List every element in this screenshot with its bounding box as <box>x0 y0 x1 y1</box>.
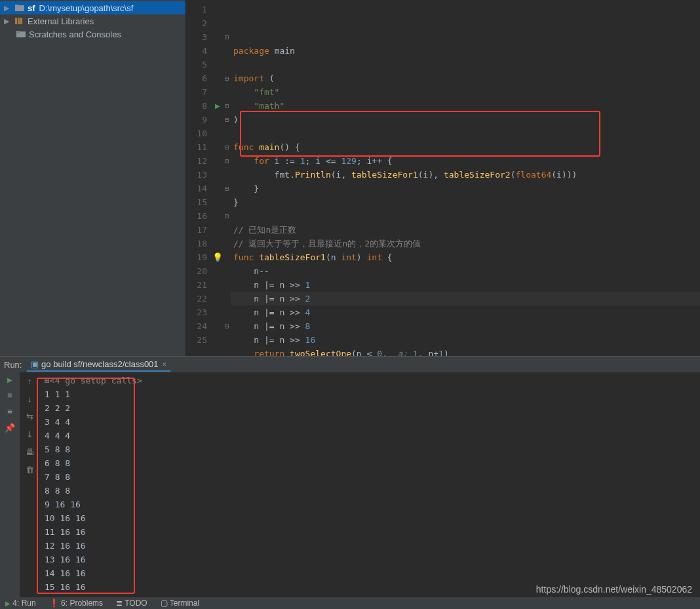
svg-rect-0 <box>15 18 17 24</box>
code-content[interactable]: package mainimport ( "fmt" "math")func m… <box>231 0 700 388</box>
status-bar[interactable]: ▶ 4: Run ❗ 6: Problems ≣ TODO ▢ Terminal <box>0 597 700 609</box>
tab-todo[interactable]: ≣ TODO <box>116 599 147 608</box>
code-editor[interactable]: 1234567891011121314151617181920212223242… <box>186 0 700 356</box>
watermark: https://blog.csdn.net/weixin_48502062 <box>536 584 692 595</box>
project-path: D:\mysetup\gopath\src\sf <box>39 3 134 13</box>
chevron-right-icon: ▶ <box>4 17 12 26</box>
line-numbers: 1234567891011121314151617181920212223242… <box>186 0 212 388</box>
highlight-box-code <box>240 111 600 157</box>
run-tab[interactable]: ▣ go build sf/newclass2/class001 × <box>27 358 170 372</box>
tab-problems[interactable]: ❗ 6: Problems <box>49 599 103 608</box>
run-header: Run: ▣ go build sf/newclass2/class001 × <box>0 357 700 372</box>
close-icon[interactable]: × <box>162 360 166 369</box>
project-name: sf <box>28 3 35 13</box>
tree-libraries[interactable]: ▶ External Libraries <box>0 14 185 28</box>
svg-rect-1 <box>18 18 20 24</box>
go-icon: ▣ <box>31 359 39 369</box>
scratches-icon <box>16 30 26 38</box>
project-tree[interactable]: ▶ sf D:\mysetup\gopath\src\sf ▶ External… <box>0 0 186 356</box>
folder-icon <box>14 4 25 12</box>
stop-icon[interactable]: ■ <box>7 390 12 400</box>
libraries-label: External Libraries <box>28 16 94 26</box>
console-output[interactable]: ⊞<4 go setup calls> 1 1 1 2 2 2 3 4 4 4 … <box>39 372 700 597</box>
tree-scratches[interactable]: Scratches and Consoles <box>0 28 185 41</box>
svg-point-3 <box>17 31 20 33</box>
run-toolbar-left[interactable]: ▶ ■ ≡ 📌 <box>0 372 20 597</box>
chevron-right-icon: ▶ <box>4 4 12 12</box>
layout-icon[interactable]: ≡ <box>7 406 12 416</box>
fold-gutter[interactable]: ⊟⊟⊟⊟⊟⊟⊟⊟⊟ <box>223 0 231 388</box>
print-icon[interactable]: 🖶 <box>26 447 34 457</box>
tab-run[interactable]: ▶ 4: Run <box>5 599 36 608</box>
up-arrow-icon[interactable]: ↑ <box>28 376 32 386</box>
libraries-icon <box>14 17 25 25</box>
trash-icon[interactable]: 🗑 <box>26 465 34 475</box>
scroll-icon[interactable]: ⤓ <box>26 429 33 439</box>
rerun-icon[interactable]: ▶ <box>7 376 12 383</box>
down-arrow-icon[interactable]: ↓ <box>28 394 32 404</box>
run-gutter[interactable]: ▶💡 <box>212 0 223 388</box>
highlight-box-output <box>37 378 135 594</box>
run-panel[interactable]: Run: ▣ go build sf/newclass2/class001 × … <box>0 356 700 597</box>
run-label: Run: <box>4 360 22 370</box>
scratches-label: Scratches and Consoles <box>29 29 121 39</box>
wrap-icon[interactable]: ⇆ <box>26 412 33 422</box>
tab-terminal[interactable]: ▢ Terminal <box>161 599 199 608</box>
tree-root[interactable]: ▶ sf D:\mysetup\gopath\src\sf <box>0 1 185 14</box>
pin-icon[interactable]: 📌 <box>5 423 15 433</box>
svg-rect-2 <box>20 18 22 24</box>
